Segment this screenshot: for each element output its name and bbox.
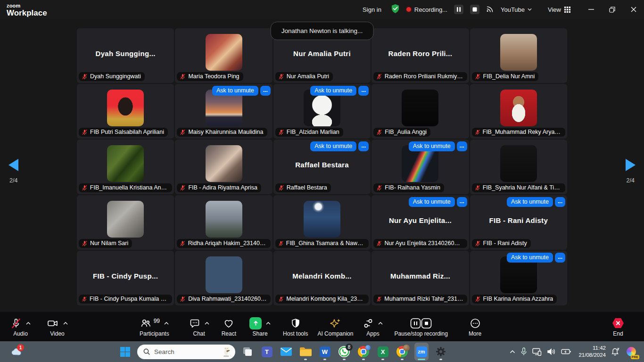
tile-more-button[interactable]: ... <box>457 197 467 207</box>
participant-tile[interactable]: Ask to unmute ... FIB_Ghina Tsamara & Na… <box>273 195 371 250</box>
tray-chevron-up-icon[interactable] <box>510 350 515 354</box>
chevron-up-icon[interactable] <box>164 322 169 325</box>
participant-tile[interactable]: Ask to unmute ... FIB - Cindy Pusp... FI… <box>77 251 174 305</box>
host-tools-button[interactable]: Host tools <box>283 317 308 337</box>
participant-tile[interactable]: Ask to unmute ... FIB_Delia Nur Amni <box>470 28 567 83</box>
taskbar-search[interactable]: Search <box>137 345 235 359</box>
view-menu[interactable]: View <box>548 6 571 13</box>
participant-name-label: FIB- Raihana Yasmin <box>373 183 444 192</box>
participant-tile[interactable]: Ask to unmute ... Dyah Sungging... Dyah … <box>77 28 174 83</box>
participant-tile[interactable]: Ask to unmute ... Raden Roro Prili... Ra… <box>372 28 469 83</box>
ask-to-unmute-button[interactable]: Ask to unmute <box>409 197 455 207</box>
participant-tile[interactable]: Ask to unmute ... FIB_Imanuella Kristian… <box>77 140 174 194</box>
participant-tile[interactable]: Ask to unmute ... Nur Nilam Sari <box>77 195 174 250</box>
taskbar-mail-icon[interactable] <box>279 343 293 361</box>
tray-cast-display-icon[interactable] <box>532 348 542 356</box>
participant-name-label: FIB - Cindy Puspa Kumala Sari... <box>79 295 172 304</box>
taskbar-teams-icon[interactable]: T <box>260 343 274 361</box>
ask-to-unmute-button[interactable]: Ask to unmute <box>310 141 356 151</box>
notification-bell-icon[interactable] <box>611 347 620 356</box>
taskbar-widgets-icon[interactable]: 1 <box>8 344 25 360</box>
ask-to-unmute-button[interactable]: Ask to unmute <box>310 86 356 96</box>
tile-more-button[interactable]: ... <box>457 141 467 151</box>
participant-name-label: Raden Roro Priliani Rukmiyanti <box>373 72 467 81</box>
participant-tile[interactable]: Ask to unmute ... FIB_Muhammad Reky Arya… <box>470 84 567 139</box>
taskbar-chrome2-icon[interactable] <box>395 343 409 361</box>
participant-tile[interactable]: Ask to unmute ... Maisy Khairunnisa Maul… <box>175 84 272 139</box>
video-button[interactable]: Video <box>47 317 68 337</box>
participant-tile[interactable]: Ask to unmute ... FIB - Rani Adisty FIB … <box>470 195 567 250</box>
chevron-up-icon[interactable] <box>26 322 31 325</box>
previous-page-arrow[interactable] <box>8 159 18 171</box>
chat-button[interactable]: Chat <box>189 317 209 337</box>
taskbar-file-explorer-icon[interactable] <box>298 343 313 361</box>
participant-tile[interactable]: Ask to unmute ... FIB_Aulia Anggi <box>372 84 469 139</box>
participant-tile[interactable]: Ask to unmute ... FIB Karina Annisa Azza… <box>470 251 567 305</box>
participant-tile[interactable]: Ask to unmute ... FIB - Adira Riyatma Ap… <box>175 140 272 194</box>
participant-tile[interactable]: Ask to unmute ... FIB_Syahria Nur Alfani… <box>470 140 567 194</box>
participant-tile[interactable]: Ask to unmute ... Diva Rahmawati_2314026… <box>175 251 272 305</box>
restore-button[interactable] <box>602 0 623 19</box>
share-button[interactable]: Share <box>249 317 271 337</box>
ask-to-unmute-button[interactable]: Ask to unmute <box>409 141 455 151</box>
gear-icon <box>435 346 446 357</box>
meeting-gallery: Jonathan Newton is talking... 2/4 2/4 As… <box>0 19 644 312</box>
chevron-up-icon[interactable] <box>63 322 68 325</box>
participant-tile[interactable]: Ask to unmute ... FIB- Raihana Yasmin <box>372 140 469 194</box>
taskbar-whatsapp-icon[interactable]: 8 <box>337 343 351 361</box>
ask-to-unmute-button[interactable]: Ask to unmute <box>507 253 553 263</box>
ai-companion-button[interactable]: AI Companion <box>317 317 353 337</box>
participant-name-label: FIB_Imanuella Kristiana Analis <box>79 183 172 192</box>
taskbar-start-button[interactable] <box>118 343 132 361</box>
pause-stop-recording-button[interactable]: Pause/stop recording <box>394 317 447 337</box>
participant-tile[interactable]: Ask to unmute ... Muhammad Riz... Muhamm… <box>372 251 469 305</box>
muted-mic-icon <box>475 74 481 80</box>
chevron-up-icon[interactable] <box>205 322 209 325</box>
taskbar-settings-icon[interactable] <box>434 343 448 361</box>
participant-avatar <box>206 145 242 182</box>
close-button[interactable] <box>623 0 644 19</box>
chevron-up-icon[interactable] <box>378 322 383 325</box>
taskbar-clock[interactable]: 11:42 21/08/2024 <box>578 345 606 359</box>
taskbar-excel-icon[interactable]: X <box>376 343 390 361</box>
tile-more-button[interactable]: ... <box>358 141 369 151</box>
audio-button[interactable]: Audio <box>10 317 31 337</box>
participant-tile[interactable]: Ask to unmute ... Melandri Komb... Melan… <box>273 251 371 305</box>
pause-recording-button[interactable] <box>454 5 463 14</box>
muted-mic-icon <box>180 296 186 302</box>
more-button[interactable]: More <box>469 317 481 337</box>
tray-battery-icon[interactable] <box>561 348 571 355</box>
ask-to-unmute-button[interactable]: Ask to unmute <box>212 86 258 96</box>
end-meeting-button[interactable]: End <box>611 317 625 337</box>
participant-tile[interactable]: Ask to unmute ... FIB Putri Salsabilah A… <box>77 84 174 139</box>
ask-to-unmute-button[interactable]: Ask to unmute <box>507 197 553 207</box>
participant-avatar <box>500 34 537 71</box>
tray-speaker-icon[interactable] <box>547 348 556 355</box>
tile-more-button[interactable]: ... <box>555 197 565 207</box>
participant-tile[interactable]: Ask to unmute ... Raffael Bestara Raffae… <box>273 140 371 194</box>
next-page-arrow[interactable] <box>626 159 636 171</box>
tile-more-button[interactable]: ... <box>260 86 271 96</box>
minimize-button[interactable] <box>580 0 602 19</box>
taskbar-copilot-icon[interactable]: PRE <box>625 345 637 359</box>
participant-tile[interactable]: Ask to unmute ... Ridha Ariqah Hakim_231… <box>175 195 272 250</box>
tile-more-button[interactable]: ... <box>555 253 565 263</box>
taskbar-word-icon[interactable]: W <box>318 343 332 361</box>
participant-name-text: Dyah Sunggingwati <box>90 73 141 80</box>
apps-button[interactable]: Apps <box>363 317 383 337</box>
react-button[interactable]: React <box>222 317 236 337</box>
taskbar-task-view-icon[interactable] <box>240 343 255 361</box>
participants-button[interactable]: 99 Participants <box>140 317 169 337</box>
participant-tile[interactable]: Ask to unmute ... Nur Ayu Enjelita... Nu… <box>372 195 469 250</box>
taskbar-chrome-icon[interactable] <box>356 343 371 361</box>
participant-tile[interactable]: Ask to unmute ... Maria Teodora Ping <box>175 28 272 83</box>
youtube-stream-menu[interactable]: YouTube <box>501 6 532 13</box>
taskbar-zoom-icon[interactable]: zm <box>414 343 429 361</box>
tray-microphone-icon[interactable] <box>520 347 527 356</box>
sign-in-button[interactable]: Sign in <box>360 4 384 15</box>
chrome-profile-badge <box>365 345 371 350</box>
stop-recording-button[interactable] <box>470 5 479 14</box>
chevron-up-icon[interactable] <box>266 322 271 325</box>
participant-tile[interactable]: Ask to unmute ... FIB_Alzidan Marlian <box>273 84 371 139</box>
tile-more-button[interactable]: ... <box>358 86 369 96</box>
